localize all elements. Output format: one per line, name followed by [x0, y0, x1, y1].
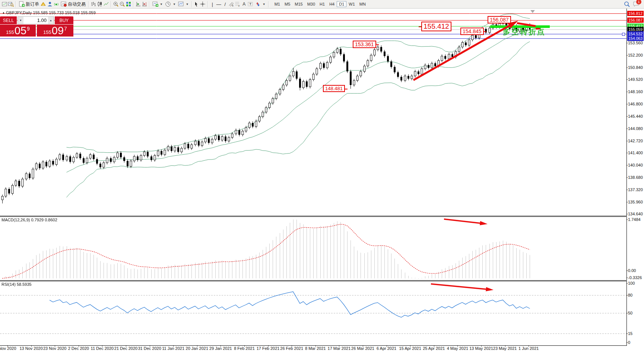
new-order-label: 新订单: [26, 1, 39, 7]
volume-up-button[interactable]: ▲: [48, 17, 54, 24]
volume-input[interactable]: 1.00: [23, 17, 48, 24]
chart-title: ▲ GBPJPY,Daily 155.585 155.733 155.018 1…: [2, 10, 96, 15]
macd-canvas[interactable]: [0, 217, 626, 280]
buy-button[interactable]: BUY: [55, 16, 73, 24]
rsi-tick: 80: [628, 293, 632, 297]
timeframe-w1[interactable]: W1: [346, 1, 357, 7]
candlestick-icon[interactable]: [96, 1, 103, 7]
price-tick: 141.400: [628, 151, 643, 155]
horizontal-line-icon[interactable]: —: [216, 1, 222, 7]
sell-button[interactable]: SELL: [0, 16, 17, 24]
turning-point-note[interactable]: 多空转折点: [503, 27, 546, 37]
date-label: 6 Apr 2021: [377, 346, 396, 351]
new-order-icon: [18, 1, 25, 7]
timeframe-h4[interactable]: H4: [327, 1, 337, 7]
svg-text:T: T: [250, 2, 252, 6]
timeframe-h1[interactable]: H1: [317, 1, 327, 7]
date-label: 23 Nov 2020: [43, 346, 66, 351]
price-callout-154845[interactable]: 154.845: [460, 28, 484, 35]
new-chart-icon[interactable]: [1, 1, 7, 7]
arrows-icon: [255, 1, 261, 7]
date-label: 23 May 2021: [493, 346, 517, 351]
price-axis[interactable]: 153.560152.200150.840149.520148.160146.8…: [626, 9, 644, 216]
profiles-icon[interactable]: [7, 1, 14, 7]
timeframe-mn[interactable]: MN: [357, 1, 368, 7]
cursor-icon[interactable]: [193, 1, 200, 7]
price-tick: 140.040: [628, 163, 643, 167]
crosshair-icon[interactable]: [200, 1, 206, 7]
macd-tick: -0.3326: [628, 275, 642, 280]
autotrading-button[interactable]: 自动交易: [59, 0, 87, 8]
auto-scroll-icon[interactable]: [135, 1, 141, 7]
templates-button[interactable]: ▼: [177, 0, 190, 8]
date-label: 21 Dec 2020: [114, 346, 137, 351]
one-click-trading-panel: SELL ▼ 1.00 ▲ BUY 155059 155097: [0, 16, 73, 37]
fibonacci-icon[interactable]: F: [235, 1, 241, 7]
new-order-button[interactable]: 新订单: [17, 0, 40, 8]
date-label: 31 Dec 2020: [138, 346, 161, 351]
rsi-tick: 100: [628, 281, 635, 285]
notifications-button[interactable]: 1: [633, 1, 639, 7]
date-label: 20 Jan 2021: [186, 346, 209, 351]
rsi-tick: 15: [628, 331, 632, 336]
toolbar-separator: [149, 1, 149, 7]
metaeditor-icon[interactable]: [40, 1, 47, 7]
main-chart-pane: [0, 9, 626, 216]
rsi-axis[interactable]: 1008050150: [626, 281, 644, 346]
community-icon[interactable]: [47, 1, 53, 7]
toolbar-separator: [111, 1, 111, 7]
buy-price-big: 09: [52, 25, 64, 36]
search-icon[interactable]: [624, 1, 630, 7]
price-callout-156087[interactable]: 156.087: [488, 16, 511, 23]
macd-axis[interactable]: 1.74840.00-0.3326: [626, 216, 644, 281]
trendline-icon[interactable]: /: [222, 1, 228, 7]
date-axis[interactable]: Nov 202013 Nov 202023 Nov 20202 Dec 2020…: [0, 346, 626, 351]
price-line-chip: 156.087: [627, 18, 644, 23]
templates-icon: [178, 1, 184, 7]
rsi-canvas[interactable]: [0, 281, 626, 345]
chann el-icon[interactable]: E: [228, 1, 235, 7]
indicators-button[interactable]: ▼: [151, 0, 164, 8]
sell-price-prefix: 155: [6, 29, 14, 35]
price-tick: 146.800: [628, 102, 643, 106]
chart-shift-marker-icon[interactable]: [530, 10, 535, 13]
bar-chart-icon[interactable]: [90, 1, 96, 7]
date-label: 17 Mar 2021: [328, 346, 351, 351]
timeframe-m30[interactable]: M30: [305, 1, 317, 7]
vertical-line-icon[interactable]: |: [209, 1, 216, 7]
rsi-tick: 0: [628, 340, 630, 345]
price-tick: 152.200: [628, 53, 643, 57]
macd-pane: [0, 216, 626, 281]
timeframe-d1[interactable]: D1: [337, 1, 346, 7]
volume-down-button[interactable]: ▼: [18, 17, 23, 24]
macd-label: MACD(12,26,9) 0.7929 0.8602: [1, 218, 57, 222]
line-chart-icon[interactable]: [103, 1, 109, 7]
shapes-button[interactable]: ▼: [254, 0, 267, 8]
sell-price[interactable]: 155059: [0, 25, 36, 37]
text-icon[interactable]: A: [241, 1, 247, 7]
tile-windows-icon[interactable]: [125, 1, 131, 7]
date-label: 15 Apr 2021: [399, 346, 421, 351]
zoom-in-icon[interactable]: [112, 1, 119, 7]
hline-selection-handle[interactable]: [622, 33, 625, 36]
zoom-out-icon[interactable]: [119, 1, 125, 7]
price-line-chip: 156.812: [627, 11, 644, 16]
symbol-marker-icon: ▲: [2, 11, 5, 14]
chart-shift-icon[interactable]: [141, 1, 147, 7]
timeframe-m15[interactable]: M15: [292, 1, 305, 7]
timeframe-m5[interactable]: M5: [282, 1, 292, 7]
signals-icon[interactable]: [53, 1, 59, 7]
price-callout-155412[interactable]: 155.412: [421, 22, 451, 31]
svg-text:F: F: [238, 5, 240, 7]
text-label-icon[interactable]: T: [247, 1, 254, 7]
date-label: 11 Dec 2020: [91, 346, 114, 351]
date-label: 13 Nov 2020: [19, 346, 42, 351]
price-tick: 142.720: [628, 139, 643, 143]
price-callout-148481[interactable]: 148.481: [323, 85, 345, 92]
timeframe-m1[interactable]: M1: [272, 1, 282, 7]
price-callout-153361[interactable]: 153.361: [353, 41, 376, 48]
main-chart-canvas[interactable]: [0, 9, 626, 216]
periods-button[interactable]: ▼: [164, 0, 177, 8]
buy-price[interactable]: 155097: [37, 25, 73, 37]
date-label: 25 Apr 2021: [423, 346, 445, 351]
